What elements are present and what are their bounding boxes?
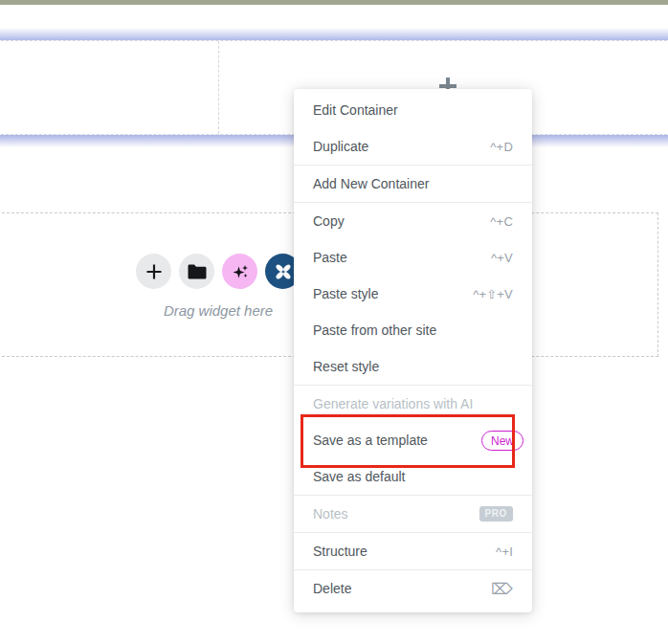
menu-item-add-new-container[interactable]: Add New Container <box>294 166 532 202</box>
menu-item-save-as-template[interactable]: Save as a template New <box>294 422 532 458</box>
new-badge: New <box>481 431 523 451</box>
menu-item-shortcut: ^+⇧+V <box>473 287 513 301</box>
menu-item-label: Delete <box>313 581 351 596</box>
sparkles-icon <box>232 263 249 280</box>
column-divider <box>218 41 219 134</box>
menu-item-shortcut: ^+I <box>496 544 513 559</box>
menu-item-label: Paste <box>313 250 347 265</box>
menu-item-label: Structure <box>313 544 367 559</box>
empty-container-actions <box>136 254 301 289</box>
menu-item-edit-container[interactable]: Edit Container <box>294 92 532 128</box>
flex-flower-icon <box>274 262 293 281</box>
menu-item-label: Edit Container <box>313 102 398 118</box>
menu-item-paste[interactable]: Paste ^+V <box>294 239 532 276</box>
menu-item-label: Save as a template <box>313 433 428 448</box>
menu-item-duplicate[interactable]: Duplicate ^+D <box>294 128 532 165</box>
menu-item-paste-style[interactable]: Paste style ^+⇧+V <box>294 276 532 312</box>
delete-key-icon: ⌦ <box>491 580 513 598</box>
plus-icon <box>145 263 163 280</box>
menu-item-reset-style[interactable]: Reset style <box>294 348 532 385</box>
menu-item-shortcut: ^+D <box>490 140 513 154</box>
menu-item-save-as-default[interactable]: Save as default <box>294 458 532 495</box>
add-widget-button[interactable] <box>136 254 171 289</box>
menu-item-label: Notes <box>313 506 348 522</box>
ai-generate-button[interactable] <box>222 254 257 289</box>
menu-item-paste-from-other-site[interactable]: Paste from other site <box>294 312 532 348</box>
menu-item-delete[interactable]: Delete ⌦ <box>294 570 532 607</box>
menu-item-copy[interactable]: Copy ^+C <box>294 203 532 239</box>
menu-item-shortcut: ^+V <box>491 251 513 265</box>
menu-item-label: Copy <box>313 213 345 229</box>
menu-item-structure[interactable]: Structure ^+I <box>294 533 532 569</box>
menu-item-generate-variations-ai: Generate variations with AI <box>294 386 532 422</box>
template-library-button[interactable] <box>179 254 214 289</box>
menu-item-label: Paste from other site <box>313 322 436 338</box>
menu-item-label: Save as default <box>313 469 406 484</box>
menu-item-shortcut: ^+C <box>490 214 513 229</box>
menu-item-label: Add New Container <box>313 176 429 191</box>
browser-top-bar <box>0 0 668 5</box>
menu-item-label: Duplicate <box>313 139 368 154</box>
context-menu: Edit Container Duplicate ^+D Add New Con… <box>294 89 532 612</box>
container-indicator-top <box>0 28 668 40</box>
menu-item-label: Paste style <box>313 286 378 301</box>
menu-item-notes: Notes PRO <box>294 496 532 532</box>
menu-item-label: Generate variations with AI <box>313 396 473 411</box>
menu-item-label: Reset style <box>313 359 379 374</box>
folder-icon <box>188 264 207 279</box>
pro-badge: PRO <box>479 506 513 522</box>
